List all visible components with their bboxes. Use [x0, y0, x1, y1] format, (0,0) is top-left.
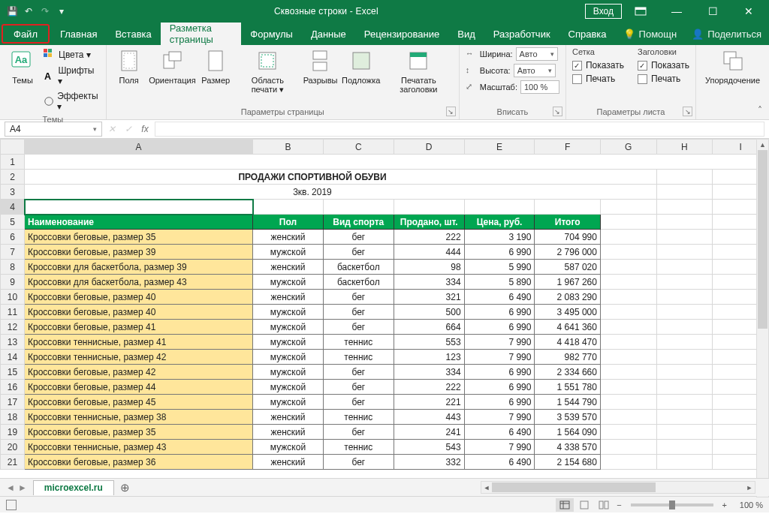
cell[interactable]: 2 334 660 [535, 365, 600, 380]
row-header[interactable]: 6 [1, 230, 25, 245]
margins-button[interactable]: Поля [113, 47, 146, 86]
cell[interactable]: бег [323, 320, 394, 335]
cell[interactable]: 7 990 [464, 440, 535, 455]
tab-developer[interactable]: Разработчик [484, 23, 559, 45]
cell[interactable]: 98 [394, 260, 464, 275]
cell[interactable]: женский [253, 290, 324, 305]
tab-view[interactable]: Вид [448, 23, 484, 45]
breaks-button[interactable]: Разрывы [303, 47, 338, 86]
sheet-next-icon[interactable]: ► [18, 482, 27, 493]
width-combo[interactable]: Авто▾ [516, 47, 558, 61]
active-cell[interactable] [25, 200, 253, 215]
cell[interactable] [600, 455, 656, 470]
row-header[interactable]: 5 [1, 215, 25, 230]
cell[interactable]: 543 [394, 440, 464, 455]
cell[interactable]: женский [253, 410, 324, 425]
ribbon-options-icon[interactable] [623, 0, 658, 23]
maximize-icon[interactable]: ☐ [695, 0, 730, 23]
cell[interactable] [656, 410, 713, 425]
cell[interactable] [656, 305, 713, 320]
zoom-out-icon[interactable]: − [614, 500, 624, 509]
cell[interactable]: 2 154 680 [535, 455, 600, 470]
tab-data[interactable]: Данные [302, 23, 355, 45]
cell[interactable] [656, 425, 713, 440]
cell[interactable]: бег [323, 230, 394, 245]
cell[interactable]: 6 990 [464, 395, 535, 410]
col-header[interactable]: F [535, 140, 600, 155]
row-header[interactable]: 2 [1, 170, 25, 185]
cell[interactable]: 2 796 000 [535, 245, 600, 260]
cancel-icon[interactable]: ✕ [105, 124, 119, 134]
cell[interactable]: 241 [394, 425, 464, 440]
row-header[interactable]: 20 [1, 440, 25, 455]
cell[interactable]: Кроссовки беговые, размер 44 [25, 380, 253, 395]
cell[interactable]: 332 [394, 455, 464, 470]
cell[interactable]: 3 539 570 [535, 410, 600, 425]
cell[interactable]: 1 564 090 [535, 425, 600, 440]
row-header[interactable]: 10 [1, 290, 25, 305]
qa-customize-icon[interactable]: ▾ [56, 5, 68, 17]
tell-me[interactable]: 💡Помощн [616, 23, 685, 45]
cell[interactable]: Кроссовки беговые, размер 35 [25, 230, 253, 245]
cell[interactable]: Кроссовки беговые, размер 40 [25, 305, 253, 320]
print-area-button[interactable]: Область печати ▾ [237, 47, 298, 95]
zoom-in-icon[interactable]: + [719, 500, 730, 509]
cell[interactable]: 4 338 570 [535, 440, 600, 455]
cell[interactable]: женский [253, 455, 324, 470]
cell[interactable]: 5 990 [464, 260, 535, 275]
cell[interactable]: 6 490 [464, 455, 535, 470]
col-header[interactable]: A [25, 140, 253, 155]
col-header[interactable]: H [656, 140, 713, 155]
cell[interactable]: Кроссовки беговые, размер 39 [25, 245, 253, 260]
row-header[interactable]: 15 [1, 365, 25, 380]
tab-page-layout[interactable]: Разметка страницы [161, 23, 242, 45]
cell[interactable] [656, 260, 713, 275]
cell[interactable]: женский [253, 230, 324, 245]
cell[interactable]: теннис [323, 335, 394, 350]
tab-insert[interactable]: Вставка [106, 23, 160, 45]
zoom-level[interactable]: 100 % [730, 500, 763, 509]
cell[interactable] [600, 230, 656, 245]
cell[interactable] [600, 350, 656, 365]
cell[interactable] [600, 395, 656, 410]
share-button[interactable]: 👤Поделиться [684, 23, 769, 45]
cell[interactable] [656, 275, 713, 290]
cell[interactable]: баскетбол [323, 275, 394, 290]
cell[interactable] [656, 320, 713, 335]
close-icon[interactable]: ✕ [731, 0, 766, 23]
cell[interactable] [656, 335, 713, 350]
themes-button[interactable]: Aa Темы [6, 47, 39, 86]
cell[interactable]: 222 [394, 230, 464, 245]
cell[interactable] [656, 350, 713, 365]
row-header[interactable]: 18 [1, 410, 25, 425]
normal-view-icon[interactable] [556, 498, 574, 512]
cell[interactable] [656, 365, 713, 380]
cell[interactable] [656, 440, 713, 455]
cell[interactable] [656, 380, 713, 395]
cell[interactable]: мужской [253, 320, 324, 335]
cell[interactable]: мужской [253, 335, 324, 350]
cell[interactable]: 982 770 [535, 350, 600, 365]
cell[interactable] [600, 380, 656, 395]
cell[interactable]: мужской [253, 275, 324, 290]
vertical-scrollbar[interactable]: ▲▼ [756, 139, 769, 497]
tab-file[interactable]: Файл [2, 24, 50, 44]
collapse-ribbon-icon[interactable]: ˄ [752, 103, 767, 118]
cell[interactable]: 7 990 [464, 350, 535, 365]
cell[interactable]: бег [323, 365, 394, 380]
gridlines-view-check[interactable]: ✓Показать [572, 59, 624, 71]
row-header[interactable]: 16 [1, 380, 25, 395]
cell[interactable]: 6 490 [464, 425, 535, 440]
cell[interactable]: мужской [253, 245, 324, 260]
cell[interactable]: Кроссовки беговые, размер 42 [25, 365, 253, 380]
cell[interactable]: 6 990 [464, 305, 535, 320]
cell[interactable] [600, 305, 656, 320]
cell[interactable]: 6 490 [464, 290, 535, 305]
cell[interactable]: бег [323, 425, 394, 440]
cell[interactable] [600, 320, 656, 335]
cell[interactable]: 334 [394, 365, 464, 380]
cell[interactable] [600, 245, 656, 260]
page-break-view-icon[interactable] [595, 498, 613, 512]
cell[interactable] [656, 290, 713, 305]
cell[interactable]: 4 641 360 [535, 320, 600, 335]
